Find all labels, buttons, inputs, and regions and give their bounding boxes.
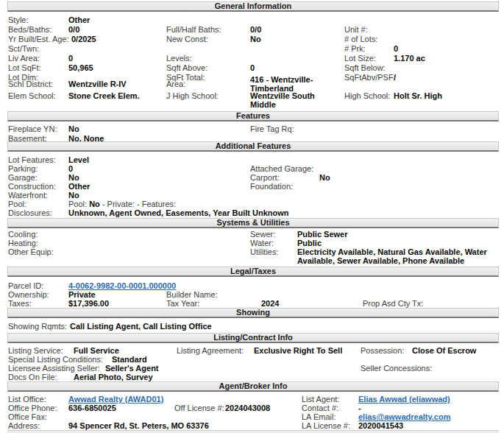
levels-label: Levels: bbox=[166, 54, 192, 63]
heating-label: Heating: bbox=[8, 239, 38, 247]
la-email-link[interactable]: elias@awwadrealty.com bbox=[358, 412, 450, 421]
section-header-additional-features: Additional Features bbox=[7, 141, 499, 152]
yr-built-label: Yr Built/Est. Age: bbox=[8, 35, 69, 43]
lot-size-label: Lot Size: bbox=[344, 54, 376, 63]
section-header-showing: Showing bbox=[7, 308, 499, 318]
ownership-value: Private bbox=[68, 290, 96, 299]
tax-year-value: 2024 bbox=[261, 299, 279, 308]
lot-size-value: 1.170 ac bbox=[394, 54, 425, 63]
sqft-above-label: Sqft Above: bbox=[166, 63, 207, 72]
fireplace-yn-value: No bbox=[68, 124, 79, 133]
office-phone-label: Office Phone: bbox=[8, 404, 57, 412]
other-equip-label: Other Equip: bbox=[8, 247, 54, 256]
new-const-value: No bbox=[250, 35, 261, 43]
sqft-below-label: Sqft Below: bbox=[344, 63, 386, 72]
high-school-label: High School: bbox=[344, 91, 390, 100]
j-high-school-label: J High School: bbox=[166, 91, 219, 100]
garage-label: Garage: bbox=[8, 173, 38, 182]
builder-name-label: Builder Name: bbox=[166, 290, 218, 299]
office-fax-label: Office Fax: bbox=[8, 412, 47, 421]
garage-value: No bbox=[68, 173, 79, 182]
disclosures-value: Unknown, Agent Owned, Easements, Year Bu… bbox=[68, 208, 289, 217]
sqft-above-value: 0 bbox=[250, 63, 255, 72]
section-header-listing-contract-info: Listing/Contract Info bbox=[7, 333, 499, 343]
parking-label: Parking: bbox=[8, 164, 38, 173]
taxes-label: Taxes: bbox=[8, 299, 32, 308]
section-header-legal-taxes: Legal/Taxes bbox=[7, 267, 499, 277]
section-header-agent-broker-info: Agent/Broker Info bbox=[7, 381, 499, 392]
special-listing-conditions-value: Standard bbox=[112, 355, 147, 364]
possession-label: Possession: bbox=[361, 346, 404, 355]
water-label: Water: bbox=[250, 239, 274, 247]
off-license-value: 2024043008 bbox=[225, 404, 270, 412]
utilities-label: Utilities: bbox=[250, 247, 279, 256]
prop-asd-cty-tx-label: Prop Asd Cty Tx: bbox=[363, 299, 423, 308]
licensee-assisting-seller-value: Seller's Agent bbox=[105, 364, 159, 373]
lot-features-label: Lot Features: bbox=[8, 155, 56, 164]
style-value: Other bbox=[68, 15, 90, 24]
beds-baths-label: Beds/Baths: bbox=[8, 25, 52, 34]
style-label: Style: bbox=[8, 15, 29, 24]
licensee-assisting-seller-label: Licensee Assisting Seller: bbox=[8, 364, 100, 373]
water-value: Public bbox=[297, 239, 322, 247]
yr-built-value: 0/2025 bbox=[71, 35, 96, 43]
liv-area-value: 0 bbox=[68, 54, 73, 63]
carport-label: Carport: bbox=[250, 173, 280, 182]
num-prk-value: 0 bbox=[394, 44, 398, 53]
listing-agreement-value: Exclusive Right To Sell bbox=[254, 346, 342, 355]
num-prk-label: # Prk: bbox=[344, 44, 366, 53]
fire-tag-rq-label: Fire Tag Rq: bbox=[250, 124, 294, 133]
taxes-value: $17,396.00 bbox=[68, 299, 109, 308]
docs-on-file-label: Docs On File: bbox=[8, 373, 57, 381]
j-high-school-value: Wentzville South Middle bbox=[250, 91, 333, 109]
pool-value: Pool: No - Private: - Features: bbox=[68, 200, 176, 208]
utilities-value: Electricity Available, Natural Gas Avail… bbox=[297, 247, 500, 265]
sct-twn-label: Sct/Twn: bbox=[8, 44, 39, 53]
list-office-label: List Office: bbox=[8, 395, 46, 404]
waterfront-label: Waterfront: bbox=[8, 191, 48, 200]
elem-school-value: Stone Creek Elem. bbox=[68, 91, 140, 100]
unit-number-label: Unit #: bbox=[344, 25, 368, 34]
disclosures-label: Disclosures: bbox=[8, 208, 52, 217]
list-office-link[interactable]: Awwad Realty (AWAD01) bbox=[68, 395, 163, 404]
list-agent-link[interactable]: Elias Awwad (eliawwad) bbox=[358, 395, 450, 404]
la-license-label: LA License #: bbox=[302, 421, 350, 430]
listing-service-label: Listing Service: bbox=[8, 346, 63, 355]
lot-sqft-value: 50,965 bbox=[68, 63, 93, 72]
sewer-label: Sewer: bbox=[250, 230, 275, 239]
attached-garage-label: Attached Garage: bbox=[250, 164, 313, 173]
waterfront-value: No bbox=[68, 191, 79, 200]
ownership-label: Ownership: bbox=[8, 290, 49, 299]
new-const-label: New Const: bbox=[166, 35, 208, 43]
address-label: Address: bbox=[8, 421, 40, 430]
schl-district-value: Wentzville R-IV bbox=[68, 80, 127, 88]
construction-label: Construction: bbox=[8, 182, 56, 191]
special-listing-conditions-label: Special Listing Conditions: bbox=[8, 355, 103, 364]
carport-value: No bbox=[319, 173, 330, 182]
showing-rqmts-value: Call Listing Agent, Call Listing Office bbox=[70, 322, 212, 331]
area-value: 416 - Wentzville-Timberland bbox=[250, 75, 330, 93]
elem-school-label: Elem School: bbox=[8, 91, 56, 100]
seller-concessions-label: Seller Concessions: bbox=[361, 364, 432, 373]
lot-features-value: Level bbox=[68, 155, 89, 164]
parcel-id-link[interactable]: 4-0062-9982-00-0001.000000 bbox=[68, 281, 176, 290]
liv-area-label: Liv Area: bbox=[8, 54, 40, 63]
cooling-label: Cooling: bbox=[8, 230, 38, 239]
contact-number-label: Contact #: bbox=[302, 404, 338, 412]
num-of-lots-label: # of Lots: bbox=[344, 35, 377, 43]
listing-agreement-label: Listing Agreement: bbox=[177, 346, 244, 355]
fireplace-yn-label: Fireplace YN: bbox=[8, 124, 57, 133]
section-header-general-information: General Information bbox=[7, 1, 499, 12]
full-half-baths-value: 0/0 bbox=[250, 25, 261, 34]
contact-number-value: - bbox=[358, 404, 361, 412]
showing-rqmts-label: Showing Rqmts: bbox=[8, 322, 67, 331]
possession-value: Close Of Escrow bbox=[412, 346, 476, 355]
construction-value: Other bbox=[68, 182, 90, 191]
off-license-label: Off License #: bbox=[174, 404, 224, 412]
address-value: 94 Spencer Rd, St. Peters, MO 63376 bbox=[68, 421, 209, 430]
la-license-value: 2020041543 bbox=[358, 421, 403, 430]
lot-sqft-label: Lot SqFt: bbox=[8, 63, 41, 72]
tax-year-label: Tax Year: bbox=[166, 299, 199, 308]
pool-value-prefix: Pool: bbox=[68, 200, 87, 208]
full-half-baths-label: Full/Half Baths: bbox=[166, 25, 221, 34]
